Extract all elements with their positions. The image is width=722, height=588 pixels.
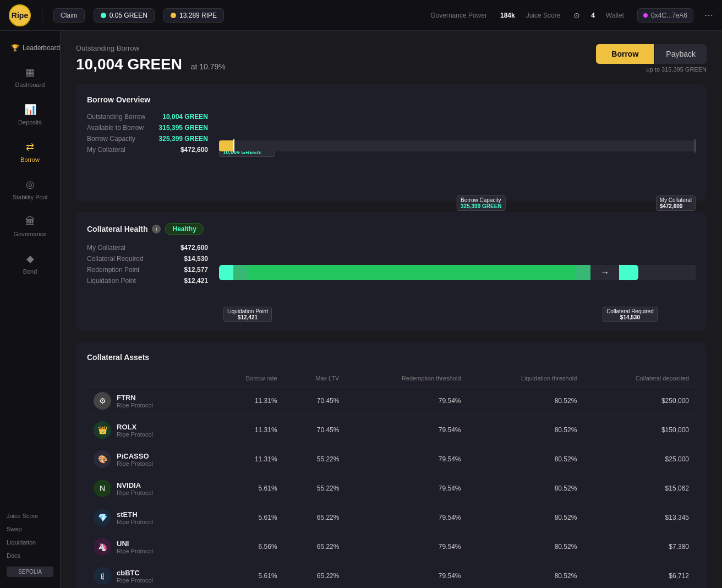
asset-cell-0: ⚙ FTRN Ripe Protocol bbox=[87, 386, 209, 416]
asset-max-ltv-1: 70.45% bbox=[284, 416, 346, 445]
sidebar-item-deposits[interactable]: 📊 Deposits bbox=[4, 97, 56, 132]
asset-cell-2: 🎨 PiCASSO Ripe Protocol bbox=[87, 445, 209, 474]
asset-protocol-0: Ripe Protocol bbox=[117, 402, 153, 409]
th-max-ltv: Max LTV bbox=[284, 371, 346, 386]
menu-dots-icon[interactable]: ⋯ bbox=[704, 10, 713, 20]
assets-table-header: Borrow rate Max LTV Redemption threshold… bbox=[87, 371, 696, 386]
sidebar-item-dashboard[interactable]: ▦ Dashboard bbox=[4, 59, 56, 95]
chart-marker-right bbox=[694, 139, 696, 153]
topbar: Ripe Claim 0.05 GREEN 13,289 RIPE Govern… bbox=[0, 0, 722, 31]
topbar-right: Governance Power 184k Juice Score ⊙ 4 Wa… bbox=[430, 8, 713, 23]
sidebar-label-bond: Bond bbox=[23, 268, 37, 275]
claim-button[interactable]: Claim bbox=[53, 8, 85, 23]
table-row[interactable]: ⚙ FTRN Ripe Protocol 11.31% 70.45% 79.54… bbox=[87, 386, 696, 416]
asset-cell-6: ₿ cbBTC Ripe Protocol bbox=[87, 562, 209, 589]
overview-bar bbox=[219, 140, 696, 151]
stat-available: Available to Borrow 315,395 GREEN bbox=[87, 124, 208, 132]
sidebar-item-leaderboard[interactable]: 🏆 Leaderboard bbox=[4, 39, 56, 57]
asset-borrow-rate-6: 5.61% bbox=[209, 562, 284, 589]
stat-collateral: My Collateral $472,600 bbox=[87, 146, 208, 154]
sidebar-label-stability-pool: Stability Pool bbox=[13, 194, 48, 200]
sidebar-item-bond[interactable]: ◆ Bond bbox=[4, 246, 56, 281]
healthy-badge: Healthy bbox=[165, 223, 203, 235]
health-bar-seg2 bbox=[233, 265, 248, 280]
asset-name-group-4: stETH Ripe Protocol bbox=[117, 510, 153, 525]
table-row[interactable]: ₿ cbBTC Ripe Protocol 5.61% 65.22% 79.54… bbox=[87, 562, 696, 589]
assets-title: Collateral Assets bbox=[87, 353, 696, 362]
sidebar-item-liquidation[interactable]: Liquidation bbox=[7, 536, 53, 549]
logo-icon: Ripe bbox=[9, 4, 31, 26]
stat-collateral-value: $472,600 bbox=[180, 146, 208, 154]
table-row[interactable]: 🎨 PiCASSO Ripe Protocol 11.31% 55.22% 79… bbox=[87, 445, 696, 474]
collateral-health-section: Collateral Health i Healthy My Collatera… bbox=[76, 212, 707, 331]
health-stat-redemption-label: Redemption Point bbox=[87, 266, 139, 274]
payback-button[interactable]: Payback bbox=[655, 44, 707, 64]
asset-protocol-2: Ripe Protocol bbox=[117, 460, 153, 467]
outstanding-borrow-label: Outstanding Borrow bbox=[76, 44, 226, 52]
asset-name-3: NVIDIA bbox=[117, 481, 153, 489]
asset-info-5: 🦄 UNI Ripe Protocol bbox=[94, 538, 203, 556]
stat-collateral-label: My Collateral bbox=[87, 146, 125, 154]
asset-cell-3: N NVIDIA Ripe Protocol bbox=[87, 474, 209, 503]
health-info-icon[interactable]: i bbox=[152, 225, 161, 233]
green-dot-icon bbox=[101, 13, 106, 18]
asset-icon-3: N bbox=[94, 480, 111, 497]
overview-inner: Outstanding Borrow 10,004 GREEN Availabl… bbox=[87, 113, 696, 190]
asset-info-3: N NVIDIA Ripe Protocol bbox=[94, 480, 203, 497]
governance-value: 184k bbox=[500, 12, 515, 19]
borrow-button[interactable]: Borrow bbox=[596, 44, 654, 64]
leaderboard-icon: 🏆 bbox=[11, 44, 19, 52]
deposits-icon: 📊 bbox=[24, 104, 36, 116]
health-stat-liquidation-value: $12,421 bbox=[184, 277, 208, 285]
asset-name-group-0: FTRN Ripe Protocol bbox=[117, 394, 153, 409]
sidebar-item-stability-pool[interactable]: ◎ Stability Pool bbox=[4, 172, 56, 207]
main-layout: 🏆 Leaderboard ▦ Dashboard 📊 Deposits ⇄ B… bbox=[0, 31, 722, 588]
th-redemption: Redemption threshold bbox=[346, 371, 467, 386]
sidebar-item-governance[interactable]: 🏛 Governance bbox=[4, 209, 56, 244]
wallet-label: Wallet bbox=[606, 12, 624, 19]
asset-protocol-5: Ripe Protocol bbox=[117, 548, 153, 554]
asset-info-0: ⚙ FTRN Ripe Protocol bbox=[94, 392, 203, 410]
sidebar-item-swap[interactable]: Swap bbox=[7, 522, 53, 536]
asset-deposited-2: $25,000 bbox=[583, 445, 696, 474]
sidebar-item-docs[interactable]: Docs bbox=[7, 549, 53, 562]
health-bar-end bbox=[619, 265, 638, 280]
asset-redemption-4: 79.54% bbox=[346, 503, 467, 532]
th-redemption-multi: Redemption threshold bbox=[352, 375, 461, 382]
asset-name-5: UNI bbox=[117, 540, 153, 548]
health-stat-required-value: $14,530 bbox=[184, 255, 208, 263]
sidebar-label-borrow: Borrow bbox=[20, 156, 40, 163]
asset-deposited-3: $15,062 bbox=[583, 474, 696, 503]
juice-icon: ⊙ bbox=[573, 11, 580, 20]
asset-liquidation-2: 80.52% bbox=[468, 445, 584, 474]
stat-outstanding-value: 10,004 GREEN bbox=[162, 113, 208, 121]
health-chart: Redemption Point $12,577 My Collateral $… bbox=[219, 244, 696, 320]
sidebar-item-juice-score[interactable]: Juice Score bbox=[7, 509, 53, 522]
asset-deposited-6: $6,712 bbox=[583, 562, 696, 589]
asset-redemption-2: 79.54% bbox=[346, 445, 467, 474]
asset-borrow-rate-1: 11.31% bbox=[209, 416, 284, 445]
asset-redemption-1: 79.54% bbox=[346, 416, 467, 445]
stat-available-value: 315,395 GREEN bbox=[159, 124, 208, 132]
th-liquidation: Liquidation threshold bbox=[468, 371, 584, 386]
table-row[interactable]: 🦄 UNI Ripe Protocol 6.56% 65.22% 79.54% … bbox=[87, 532, 696, 562]
asset-icon-6: ₿ bbox=[94, 567, 111, 585]
table-row[interactable]: 💎 stETH Ripe Protocol 5.61% 65.22% 79.54… bbox=[87, 503, 696, 532]
wallet-address: 0x4C...7eA6 bbox=[651, 12, 687, 19]
asset-max-ltv-5: 65.22% bbox=[284, 532, 346, 562]
borrow-rate: at 10.79% bbox=[191, 62, 226, 71]
health-bar-seg1 bbox=[219, 265, 233, 280]
content-area: Outstanding Borrow 10,004 GREEN at 10.79… bbox=[61, 31, 722, 588]
table-row[interactable]: N NVIDIA Ripe Protocol 5.61% 55.22% 79.5… bbox=[87, 474, 696, 503]
asset-icon-0: ⚙ bbox=[94, 392, 111, 410]
governance-icon: 🏛 bbox=[25, 216, 35, 227]
th-deposited-multi: Collateral deposited bbox=[590, 375, 689, 382]
sidebar-item-borrow[interactable]: ⇄ Borrow bbox=[4, 134, 56, 170]
asset-name-4: stETH bbox=[117, 510, 153, 519]
wallet-badge[interactable]: 0x4C...7eA6 bbox=[637, 8, 693, 23]
chart-marker-outstanding bbox=[233, 139, 234, 153]
asset-borrow-rate-2: 11.31% bbox=[209, 445, 284, 474]
wallet-dot-icon bbox=[643, 13, 648, 18]
table-row[interactable]: 👑 ROLX Ripe Protocol 11.31% 70.45% 79.54… bbox=[87, 416, 696, 445]
borrow-title-section: Outstanding Borrow 10,004 GREEN at 10.79… bbox=[76, 44, 226, 73]
